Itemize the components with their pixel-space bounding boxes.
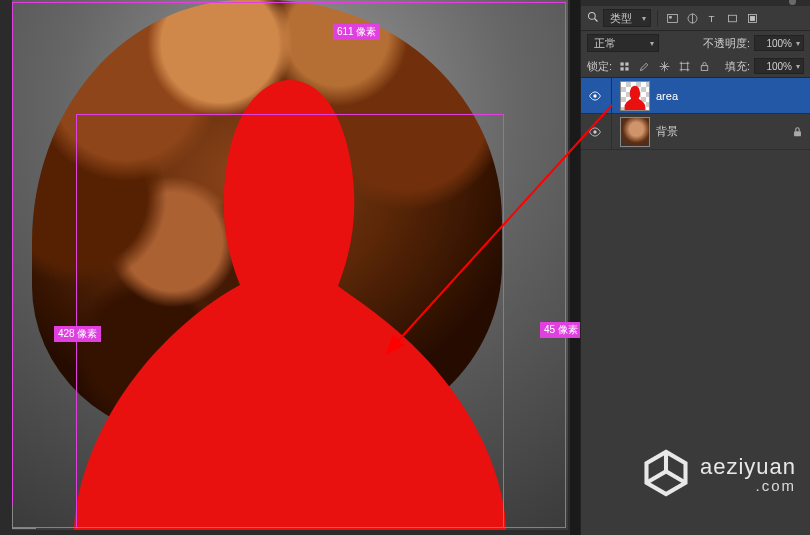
axis-indicator xyxy=(12,501,40,529)
blend-mode-dropdown[interactable]: 正常 ▾ xyxy=(587,34,659,52)
chevron-down-icon: ▾ xyxy=(642,14,646,23)
lock-artboard-icon[interactable] xyxy=(676,58,692,74)
layer-row-area[interactable]: area xyxy=(581,78,810,114)
canvas-area: 611 像素 428 像素 45 像素 xyxy=(0,0,570,535)
lock-icon xyxy=(792,126,804,138)
svg-rect-12 xyxy=(625,67,628,70)
svg-rect-13 xyxy=(681,63,688,70)
svg-rect-6 xyxy=(728,15,736,22)
lock-all-icon[interactable] xyxy=(696,58,712,74)
svg-rect-17 xyxy=(794,131,801,136)
layers-list: area 背景 xyxy=(581,78,810,150)
svg-rect-2 xyxy=(667,14,677,22)
red-silhouette-layer xyxy=(12,0,568,530)
blend-mode-label: 正常 xyxy=(594,36,616,51)
lock-fill-row: 锁定: 填充: 100% ▾ xyxy=(581,55,810,77)
svg-rect-8 xyxy=(750,16,755,21)
svg-text:T: T xyxy=(708,12,714,23)
watermark-text-2: .com xyxy=(700,478,796,493)
panel-menu-icon[interactable] xyxy=(789,0,796,5)
lock-label: 锁定: xyxy=(587,59,612,74)
panel-tab-bar xyxy=(581,0,810,6)
svg-point-16 xyxy=(593,130,596,133)
lock-position-icon[interactable] xyxy=(656,58,672,74)
filter-adjust-icon[interactable] xyxy=(684,10,700,26)
svg-rect-14 xyxy=(701,65,708,70)
search-icon xyxy=(587,11,599,25)
layer-name: 背景 xyxy=(656,124,678,139)
fill-label: 填充: xyxy=(725,59,750,74)
watermark: aeziyuan .com xyxy=(640,447,796,501)
opacity-label: 不透明度: xyxy=(703,36,750,51)
filter-shape-icon[interactable] xyxy=(724,10,740,26)
layer-filter-dropdown[interactable]: 类型 ▾ xyxy=(603,9,651,27)
measure-top-width: 611 像素 xyxy=(333,24,380,40)
layer-filter-label: 类型 xyxy=(610,11,632,26)
chevron-down-icon: ▾ xyxy=(650,39,654,48)
blend-opacity-row: 正常 ▾ 不透明度: 100% ▾ xyxy=(581,31,810,55)
layer-thumbnail[interactable] xyxy=(620,117,650,147)
svg-line-1 xyxy=(595,19,598,22)
chevron-down-icon: ▾ xyxy=(796,39,800,48)
measure-right-gap: 45 像素 xyxy=(540,322,582,338)
measure-mid-height: 428 像素 xyxy=(54,326,101,342)
chevron-down-icon: ▾ xyxy=(796,62,800,71)
svg-rect-3 xyxy=(669,16,671,18)
svg-rect-11 xyxy=(620,67,623,70)
lock-pixels-icon[interactable] xyxy=(616,58,632,74)
document-canvas[interactable] xyxy=(12,0,568,530)
layer-thumbnail[interactable] xyxy=(620,81,650,111)
filter-text-icon[interactable]: T xyxy=(704,10,720,26)
layer-filter-row: 类型 ▾ T xyxy=(581,6,810,30)
filter-smart-icon[interactable] xyxy=(744,10,760,26)
svg-point-15 xyxy=(593,94,596,97)
filter-pixel-icon[interactable] xyxy=(664,10,680,26)
svg-point-0 xyxy=(589,13,596,20)
fill-value: 100% xyxy=(766,61,792,72)
layer-name: area xyxy=(656,90,678,102)
opacity-value: 100% xyxy=(766,38,792,49)
watermark-text-1: aeziyuan xyxy=(700,456,796,478)
opacity-value-input[interactable]: 100% ▾ xyxy=(754,35,804,51)
visibility-toggle[interactable] xyxy=(587,88,603,104)
layer-row-background[interactable]: 背景 xyxy=(581,114,810,150)
fill-value-input[interactable]: 100% ▾ xyxy=(754,58,804,74)
watermark-logo-icon xyxy=(640,447,692,501)
lock-brush-icon[interactable] xyxy=(636,58,652,74)
svg-rect-9 xyxy=(620,62,623,65)
svg-rect-10 xyxy=(625,62,628,65)
visibility-toggle[interactable] xyxy=(587,124,603,140)
